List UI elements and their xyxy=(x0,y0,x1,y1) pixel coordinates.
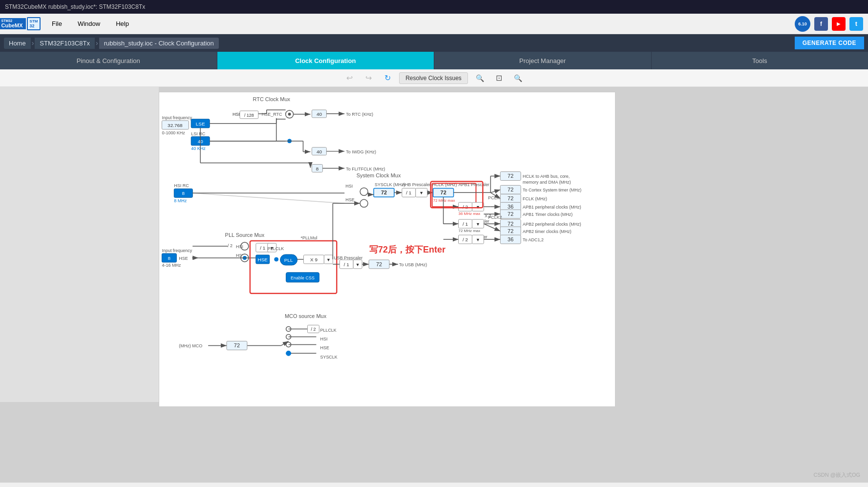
resolve-clock-button[interactable]: Resolve Clock Issues xyxy=(399,72,468,84)
svg-text:PLL: PLL xyxy=(284,257,293,263)
facebook-icon[interactable]: f xyxy=(814,17,828,31)
svg-text:PLLCLK: PLLCLK xyxy=(268,246,284,251)
breadcrumb-current[interactable]: rubbish_study.ioc - Clock Configuration xyxy=(99,38,219,49)
svg-text:*PLLMul: *PLLMul xyxy=(301,235,318,240)
version-badge: 6.10 xyxy=(795,16,810,32)
svg-text:AHB Prescaler: AHB Prescaler xyxy=(402,182,431,187)
svg-text:72: 72 xyxy=(508,173,513,179)
svg-point-57 xyxy=(360,199,368,207)
breadcrumb-device[interactable]: STM32F103C8Tx xyxy=(35,38,95,49)
svg-text:PLL Source Mux: PLL Source Mux xyxy=(225,232,265,238)
svg-text:HSE: HSE xyxy=(345,197,354,202)
svg-text:72: 72 xyxy=(234,342,240,348)
refresh-button[interactable]: ↻ xyxy=(380,71,395,85)
svg-text:To RTC (KHz): To RTC (KHz) xyxy=(346,112,373,117)
menu-file[interactable]: File xyxy=(44,18,70,29)
svg-line-58 xyxy=(192,193,344,203)
generate-code-button[interactable]: GENERATE CODE xyxy=(795,37,864,49)
svg-text:SYSCLK (MHz): SYSCLK (MHz) xyxy=(375,182,405,187)
svg-text:72 MHz max: 72 MHz max xyxy=(433,198,455,203)
svg-text:SYSCLK: SYSCLK xyxy=(320,355,337,360)
svg-text:To Cortex System timer (MHz): To Cortex System timer (MHz) xyxy=(523,188,581,192)
svg-text:40: 40 xyxy=(317,149,322,154)
svg-text:LSI RC: LSI RC xyxy=(191,131,205,136)
svg-text:72: 72 xyxy=(376,261,382,267)
svg-text:32.768: 32.768 xyxy=(168,123,183,128)
svg-text:HSE: HSE xyxy=(320,345,329,350)
svg-text:▼: ▼ xyxy=(356,262,360,267)
clock-diagram[interactable]: RTC Clock Mux Input frequency 32.768 0-1… xyxy=(159,92,615,407)
svg-text:HSE: HSE xyxy=(258,257,268,262)
zoom-in-button[interactable]: 🔍 xyxy=(472,72,488,84)
menubar: STM32 CubeMX STM 32 File Window Help 6.1… xyxy=(0,14,868,34)
svg-text:72: 72 xyxy=(508,228,513,234)
svg-text:HSI: HSI xyxy=(236,244,243,249)
svg-text:▼: ▼ xyxy=(476,222,480,227)
undo-button[interactable]: ↩ xyxy=(342,71,357,85)
svg-line-195 xyxy=(281,341,289,345)
svg-text:HSI: HSI xyxy=(320,337,327,341)
svg-text:40: 40 xyxy=(317,111,322,117)
svg-text:memory and DMA (MHz): memory and DMA (MHz) xyxy=(523,180,571,185)
svg-text:(MHz) MCO: (MHz) MCO xyxy=(179,343,202,348)
svg-text:APB2 peripheral clocks (MHz): APB2 peripheral clocks (MHz) xyxy=(523,222,581,227)
svg-text:▼: ▼ xyxy=(419,191,423,195)
svg-text:HSI RC: HSI RC xyxy=(174,183,189,188)
tabbar: Pinout & Configuration Clock Configurati… xyxy=(0,52,868,69)
left-panel xyxy=(0,87,159,402)
svg-line-120 xyxy=(484,224,500,231)
svg-text:/ 1: / 1 xyxy=(406,190,412,195)
svg-text:HSE_RTC: HSE_RTC xyxy=(262,112,282,117)
svg-text:8: 8 xyxy=(316,166,319,171)
zoom-out-button[interactable]: 🔍 xyxy=(510,72,526,84)
youtube-icon[interactable]: ▶ xyxy=(832,17,846,31)
svg-point-55 xyxy=(360,188,368,195)
twitter-icon[interactable]: t xyxy=(849,17,863,31)
svg-text:System Clock Mux: System Clock Mux xyxy=(357,172,401,178)
svg-text:▼: ▼ xyxy=(326,257,331,262)
svg-text:72: 72 xyxy=(441,190,446,195)
svg-text:/ 2: / 2 xyxy=(311,327,316,332)
svg-text:40 KHz: 40 KHz xyxy=(191,146,206,151)
tab-tools[interactable]: Tools xyxy=(652,52,868,69)
svg-text:Enable CSS: Enable CSS xyxy=(291,275,315,280)
svg-text:To IWDG (KHz): To IWDG (KHz) xyxy=(346,149,376,154)
breadcrumb-bar: Home › STM32F103C8Tx › rubbish_study.ioc… xyxy=(0,34,868,52)
svg-text:HSI: HSI xyxy=(345,184,353,189)
breadcrumb-sep-2: › xyxy=(96,39,98,47)
svg-text:MCO source Mux: MCO source Mux xyxy=(285,313,327,319)
redo-button[interactable]: ↪ xyxy=(361,71,376,85)
tab-project[interactable]: Project Manager xyxy=(434,52,652,69)
svg-point-18 xyxy=(288,113,291,116)
svg-text:APB1 peripheral clocks (MHz): APB1 peripheral clocks (MHz) xyxy=(523,205,581,210)
svg-text:To USB (MHz): To USB (MHz) xyxy=(399,262,427,267)
titlebar-text: STM32CubeMX rubbish_study.ioc*: STM32F10… xyxy=(5,3,145,10)
fit-button[interactable]: ⊡ xyxy=(492,71,506,85)
svg-text:72: 72 xyxy=(381,190,387,195)
svg-point-191 xyxy=(286,351,291,356)
tab-pinout[interactable]: Pinout & Configuration xyxy=(0,52,217,69)
svg-text:36: 36 xyxy=(508,204,513,210)
breadcrumb-sep-1: › xyxy=(32,39,34,47)
tab-clock[interactable]: Clock Configuration xyxy=(217,52,435,69)
svg-text:HSE: HSE xyxy=(179,256,188,261)
svg-text:HCLK to AHB bus, core,: HCLK to AHB bus, core, xyxy=(523,174,570,179)
breadcrumb-home[interactable]: Home xyxy=(4,38,31,49)
svg-text:FCLK (MHz): FCLK (MHz) xyxy=(523,196,547,201)
svg-text:72: 72 xyxy=(508,221,513,227)
svg-text:PLLCLK: PLLCLK xyxy=(320,328,336,333)
svg-text:36: 36 xyxy=(508,236,513,242)
svg-text:PCLK2: PCLK2 xyxy=(488,215,502,220)
svg-point-148 xyxy=(275,257,278,261)
svg-text:4-16 MHz: 4-16 MHz xyxy=(162,263,181,268)
svg-text:/ 1: / 1 xyxy=(344,262,350,267)
svg-text:LSE: LSE xyxy=(196,121,205,127)
svg-text:/ 2: / 2 xyxy=(228,243,233,248)
svg-text:Input frequency: Input frequency xyxy=(162,115,192,120)
chinese-annotation: 写72后，按下Enter xyxy=(369,244,445,255)
svg-text:72: 72 xyxy=(508,187,513,192)
svg-text:APB2 timer clocks (MHz): APB2 timer clocks (MHz) xyxy=(523,229,572,234)
menu-window[interactable]: Window xyxy=(70,18,108,29)
menu-help[interactable]: Help xyxy=(108,18,137,29)
svg-text:8 MHz: 8 MHz xyxy=(174,198,187,203)
